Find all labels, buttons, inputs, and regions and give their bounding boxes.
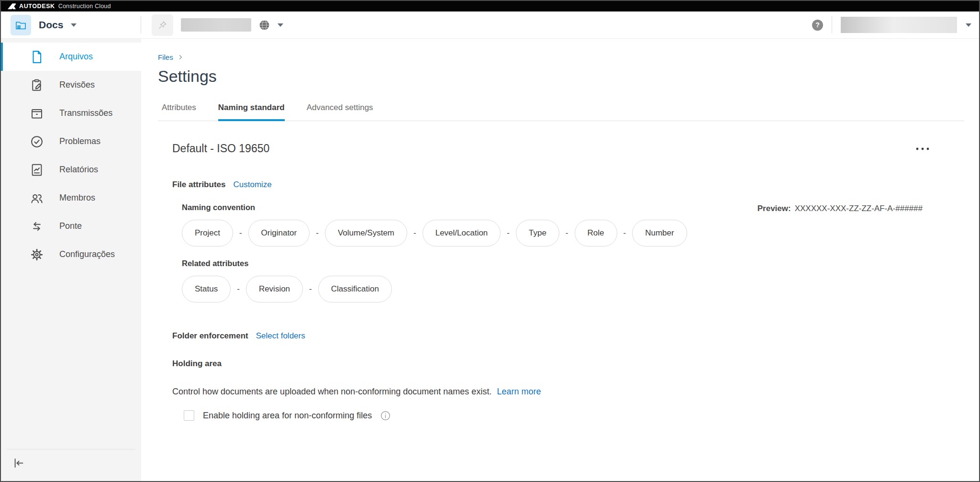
pill-separator: - — [309, 284, 312, 294]
collapse-sidebar-icon[interactable] — [12, 457, 25, 470]
main-content: Files Settings Attributes Naming standar… — [141, 39, 979, 481]
page-body: Arquivos Revisões Transmissões — [1, 39, 979, 481]
people-icon — [30, 191, 44, 205]
sidebar-item-reviews[interactable]: Revisões — [1, 71, 141, 99]
brand-suite: Construction Cloud — [58, 3, 111, 10]
tab-naming-standard[interactable]: Naming standard — [218, 103, 285, 121]
help-icon[interactable]: ? — [812, 20, 823, 31]
pill-volume-system[interactable]: Volume/System — [325, 220, 407, 247]
tab-advanced-settings[interactable]: Advanced settings — [307, 103, 373, 121]
pill-status[interactable]: Status — [182, 276, 231, 303]
tab-attributes[interactable]: Attributes — [162, 103, 196, 121]
project-name-redacted — [181, 18, 251, 32]
breadcrumb: Files — [158, 53, 979, 61]
pill-separator: - — [566, 228, 568, 238]
product-switcher[interactable]: Docs — [1, 15, 141, 35]
user-name-redacted — [841, 17, 957, 33]
pill-originator[interactable]: Originator — [248, 220, 310, 247]
topbar: AUTODESK Construction Cloud — [1, 1, 979, 11]
holding-area-checkbox[interactable] — [184, 410, 194, 421]
report-chart-icon — [30, 163, 44, 177]
select-folders-link[interactable]: Select folders — [256, 331, 305, 341]
holding-area-checkbox-row: Enable holding area for non-conforming f… — [184, 410, 964, 421]
sidebar-item-label: Membros — [59, 193, 95, 203]
holding-area-label: Holding area — [172, 359, 964, 369]
chevron-down-icon — [278, 23, 283, 27]
pill-revision[interactable]: Revision — [246, 276, 303, 303]
header-right: ? — [812, 16, 979, 34]
folder-enforcement-label: Folder enforcement — [172, 331, 248, 341]
sidebar: Arquivos Revisões Transmissões — [1, 39, 141, 481]
naming-standard-section: Default - ISO 19650 File attributes Cust… — [158, 142, 979, 421]
related-attributes-pills: Status - Revision - Classification — [182, 276, 964, 303]
standard-title: Default - ISO 19650 — [172, 142, 269, 155]
customize-link[interactable]: Customize — [233, 180, 271, 190]
related-attributes-label: Related attributes — [182, 259, 964, 268]
check-circle-icon — [30, 135, 44, 149]
app-window: AUTODESK Construction Cloud Docs — [0, 0, 980, 482]
learn-more-link[interactable]: Learn more — [497, 387, 541, 396]
preview-value: XXXXXX-XXX-ZZ-ZZ-AF-A-###### — [795, 204, 923, 213]
docs-product-icon — [11, 15, 31, 35]
user-menu-chevron-icon[interactable] — [966, 23, 971, 27]
sidebar-item-reports[interactable]: Relatórios — [1, 156, 141, 184]
clipboard-pencil-icon — [30, 78, 44, 92]
pill-classification[interactable]: Classification — [318, 276, 392, 303]
pill-separator: - — [413, 228, 416, 238]
product-name: Docs — [39, 19, 63, 31]
chevron-right-icon — [178, 55, 183, 60]
project-selector[interactable] — [141, 14, 283, 36]
sidebar-footer — [1, 449, 141, 481]
sidebar-item-label: Revisões — [59, 80, 95, 90]
pin-icon — [152, 14, 173, 36]
ellipsis-icon — [915, 147, 930, 151]
header-divider — [832, 16, 832, 34]
sidebar-item-files[interactable]: Arquivos — [1, 43, 141, 71]
pill-type[interactable]: Type — [516, 220, 559, 247]
sidebar-item-label: Ponte — [59, 221, 82, 231]
holding-area-checkbox-label: Enable holding area for non-conforming f… — [203, 411, 372, 421]
file-icon — [30, 50, 44, 64]
sidebar-item-settings[interactable]: Configurações — [1, 240, 141, 269]
pill-separator: - — [239, 228, 242, 238]
naming-preview: Preview: XXXXXX-XXX-ZZ-ZZ-AF-A-###### — [757, 204, 923, 213]
pill-separator: - — [624, 228, 626, 238]
pill-separator: - — [237, 284, 240, 294]
brand-name: AUTODESK — [19, 3, 55, 10]
naming-convention-pills: Project - Originator - Volume/System - L… — [182, 220, 964, 247]
pill-project[interactable]: Project — [182, 220, 233, 247]
pill-number[interactable]: Number — [632, 220, 687, 247]
globe-icon — [259, 20, 270, 31]
sidebar-item-label: Problemas — [59, 136, 100, 146]
swap-arrows-icon — [30, 219, 44, 234]
pill-separator: - — [507, 228, 510, 238]
info-icon[interactable] — [380, 411, 390, 421]
sidebar-item-issues[interactable]: Problemas — [1, 127, 141, 156]
header: Docs — [1, 11, 979, 39]
sidebar-item-label: Configurações — [59, 249, 115, 259]
sidebar-item-members[interactable]: Membros — [1, 184, 141, 212]
sidebar-item-transmittals[interactable]: Transmissões — [1, 99, 141, 127]
autodesk-logo-icon — [8, 3, 16, 10]
sidebar-item-bridge[interactable]: Ponte — [1, 212, 141, 240]
pill-separator: - — [316, 228, 319, 238]
sidebar-item-label: Transmissões — [59, 108, 112, 118]
holding-area-description: Control how documents are uploaded when … — [172, 387, 964, 397]
sidebar-item-label: Arquivos — [59, 52, 93, 62]
holding-area-description-text: Control how documents are uploaded when … — [172, 387, 491, 396]
naming-convention-block: Naming convention Preview: XXXXXX-XXX-ZZ… — [172, 203, 964, 303]
pill-role[interactable]: Role — [575, 220, 617, 247]
more-options-button[interactable] — [915, 143, 930, 155]
breadcrumb-files-link[interactable]: Files — [158, 53, 173, 61]
file-attributes-label: File attributes — [172, 180, 225, 190]
gear-icon — [30, 247, 44, 262]
sidebar-item-label: Relatórios — [59, 165, 98, 175]
pill-level-location[interactable]: Level/Location — [423, 220, 501, 247]
chevron-down-icon — [71, 23, 77, 27]
tray-icon — [30, 106, 44, 121]
page-title: Settings — [158, 67, 979, 86]
preview-label: Preview: — [757, 204, 791, 213]
tabs: Attributes Naming standard Advanced sett… — [158, 103, 964, 121]
